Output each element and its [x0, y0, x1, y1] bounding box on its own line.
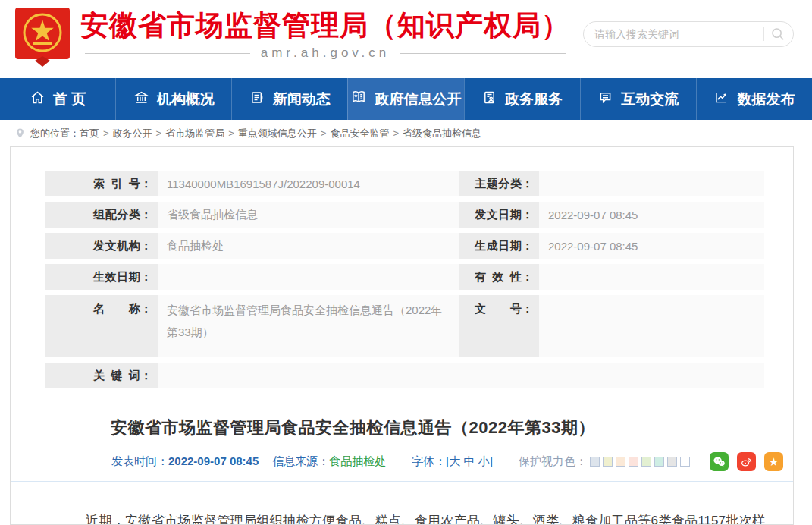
value-document-name: 安徽省市场监督管理局食品安全抽检信息通告（2022年第33期） [158, 295, 459, 357]
breadcrumb-item-key-fields[interactable]: 重点领域信息公开 [238, 127, 317, 140]
share-buttons: ★ [710, 452, 783, 471]
gov-service-icon [481, 90, 497, 109]
breadcrumb-separator: > [393, 127, 399, 139]
national-emblem-logo [15, 8, 70, 67]
table-row: 索引号： 11340000MB1691587J/202209-00014 主题分… [45, 171, 764, 196]
label-issue-date: 发文日期： [459, 202, 539, 228]
color-swatch[interactable] [616, 457, 625, 467]
nav-item-interaction[interactable]: 互动交流 [580, 78, 696, 120]
breadcrumb-prefix: 您的位置： [30, 127, 80, 140]
value-generated-date: 2022-09-07 08:45 [539, 233, 764, 259]
breadcrumb-item-provincial-sampling[interactable]: 省级食品抽检信息 [403, 127, 481, 140]
meta-divider [11, 481, 793, 482]
breadcrumb-item-bureau[interactable]: 省市场监管局 [165, 127, 224, 140]
label-issuing-agency: 发文机构： [45, 233, 158, 259]
font-size-controls: 字体：[大 中 小] [412, 454, 493, 469]
site-domain-row: amr.ah.gov.cn [80, 46, 570, 61]
value-keywords [158, 363, 764, 388]
eye-protection-colors: 保护视力色： [519, 454, 690, 469]
nav-item-news[interactable]: 新闻动态 [231, 78, 347, 120]
search-divider [763, 27, 764, 41]
label-effective-date: 生效日期： [45, 264, 158, 290]
value-effective-date [158, 264, 459, 290]
table-row: 组配分类： 省级食品抽检信息 发文日期： 2022-09-07 08:45 [45, 202, 764, 228]
breadcrumb-separator: > [228, 127, 234, 139]
breadcrumb-separator: > [103, 127, 109, 139]
search-input[interactable] [594, 28, 757, 40]
nav-label: 数据发布 [737, 90, 795, 109]
color-swatch[interactable] [590, 457, 600, 467]
breadcrumb-item-home[interactable]: 首页 [80, 127, 99, 140]
table-row: 名称： 安徽省市场监督管理局食品安全抽检信息通告（2022年第33期） 文号： [45, 295, 764, 357]
color-swatch[interactable] [641, 457, 651, 467]
eye-protection-label: 保护视力色： [519, 454, 587, 469]
article-meta-bar: 发表时间：2022-09-07 08:45 信息来源：食品抽检处 字体：[大 中… [111, 452, 793, 471]
domain-line-right [400, 53, 566, 54]
table-row: 生效日期： 有效性： [45, 264, 764, 290]
label-topic-category: 主题分类： [459, 171, 539, 196]
label-keywords: 关键词： [45, 363, 158, 388]
nav-item-data-release[interactable]: 数据发布 [696, 78, 812, 120]
nav-item-home[interactable]: 首 页 [0, 78, 115, 120]
nav-item-gov-info[interactable]: 政府信息公开 [347, 78, 463, 120]
breadcrumb-item-food-safety[interactable]: 食品安全监管 [330, 127, 389, 140]
table-row: 发文机构： 食品抽检处 生成日期： 2022-09-07 08:45 [45, 233, 764, 259]
breadcrumb-separator: > [156, 127, 162, 139]
data-release-icon [713, 90, 729, 109]
interaction-icon [597, 90, 613, 109]
nav-label: 新闻动态 [273, 90, 331, 109]
domain-line-left [85, 53, 250, 54]
nav-item-gov-service[interactable]: 政务服务 [464, 78, 580, 120]
site-title: 安徽省市场监督管理局（知识产权局） [80, 8, 570, 44]
search-icon[interactable] [770, 27, 785, 42]
value-issue-date: 2022-09-07 08:45 [539, 202, 764, 228]
label-document-name: 名称： [45, 295, 158, 357]
favorite-share-button[interactable]: ★ [764, 452, 783, 471]
wechat-share-button[interactable] [710, 452, 729, 471]
label-generated-date: 生成日期： [459, 233, 539, 259]
nav-item-about[interactable]: 机构概况 [115, 78, 231, 120]
main-nav: 首 页 机构概况 新闻动态 政府信息公开 [0, 78, 812, 120]
nav-label: 互动交流 [621, 90, 679, 109]
color-swatch[interactable] [680, 457, 690, 467]
search-box[interactable] [583, 21, 794, 47]
article-title: 安徽省市场监督管理局食品安全抽检信息通告（2022年第33期） [111, 417, 793, 439]
nav-label: 政府信息公开 [375, 90, 461, 109]
value-issuing-agency: 食品抽检处 [158, 233, 459, 259]
label-validity: 有效性： [459, 264, 539, 290]
star-icon: ★ [769, 456, 779, 467]
label-index-number: 索引号： [45, 171, 158, 196]
breadcrumb-separator: > [321, 127, 327, 139]
table-row: 关键词： [45, 363, 764, 388]
value-validity [539, 264, 764, 290]
location-pin-icon [15, 127, 25, 140]
color-swatch[interactable] [667, 457, 677, 467]
content-panel: 索引号： 11340000MB1691587J/202209-00014 主题分… [10, 146, 794, 525]
color-swatch[interactable] [654, 457, 664, 467]
nav-label: 首 页 [53, 90, 86, 109]
home-icon [30, 90, 45, 109]
site-domain: amr.ah.gov.cn [250, 46, 401, 61]
info-source-link[interactable]: 食品抽检处 [329, 454, 386, 467]
article-body: 近期，安徽省市场监督管理局组织抽检方便食品、糕点、食用农产品、罐头、酒类、粮食加… [42, 507, 765, 525]
breadcrumb: 您的位置： 首页 > 政务公开 > 省市场监管局 > 重点领域信息公开 > 食品… [0, 120, 812, 146]
font-size-options[interactable]: [大 中 小] [446, 454, 493, 467]
value-index-number: 11340000MB1691587J/202209-00014 [158, 171, 459, 196]
gov-info-icon [350, 89, 367, 109]
color-swatch[interactable] [603, 457, 613, 467]
site-header: 安徽省市场监督管理局（知识产权局） amr.ah.gov.cn [0, 0, 812, 78]
info-source: 信息来源：食品抽检处 [272, 454, 386, 469]
weibo-share-button[interactable] [737, 452, 756, 471]
institution-icon [133, 90, 149, 109]
publish-time: 发表时间：2022-09-07 08:45 [111, 454, 259, 469]
label-document-number: 文号： [459, 295, 539, 357]
value-group-category: 省级食品抽检信息 [158, 202, 459, 228]
document-meta-table: 索引号： 11340000MB1691587J/202209-00014 主题分… [45, 171, 764, 388]
value-document-number [539, 295, 764, 357]
color-swatch[interactable] [629, 457, 638, 467]
nav-label: 机构概况 [157, 90, 215, 109]
value-topic-category [539, 171, 764, 196]
breadcrumb-item-gov-open[interactable]: 政务公开 [113, 127, 152, 140]
label-group-category: 组配分类： [45, 202, 158, 228]
news-icon [249, 90, 265, 109]
